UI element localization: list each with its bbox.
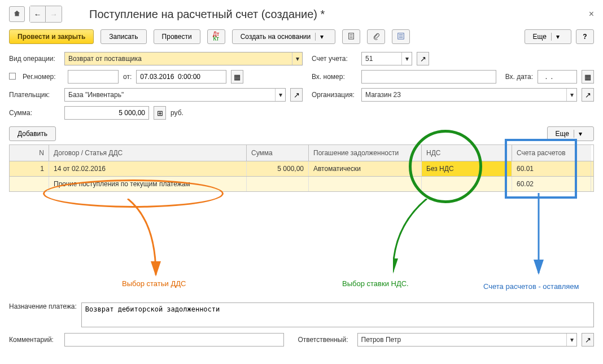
from-date-input[interactable]: [136, 70, 226, 84]
open-icon: ↗: [420, 55, 426, 63]
top-navigation: ← → Поступление на расчетный счет (созда…: [9, 6, 594, 23]
table-header: N Договор / Статья ДДС Сумма Погашение з…: [9, 144, 594, 161]
cell-sum: 5 000,00: [247, 161, 309, 176]
col-vat: НДС: [422, 145, 512, 161]
sum-label: Сумма:: [9, 109, 60, 117]
dtct-button[interactable]: ДтКт: [207, 29, 225, 44]
table-more-button[interactable]: Еще ▾: [547, 126, 594, 141]
write-button[interactable]: Записать: [100, 29, 146, 44]
chevron-down-icon: ▾: [566, 334, 576, 346]
table-toolbar: Добавить Еще ▾: [9, 126, 594, 141]
chevron-down-icon: ▾: [292, 52, 302, 65]
incoming-number-input[interactable]: [361, 70, 496, 84]
dtct-icon: ДтКт: [213, 32, 219, 41]
annotations: Выбор статьи ДДС Выбор ставки НДС. Счета…: [9, 192, 594, 299]
col-n: N: [10, 145, 49, 161]
cell-account2: 60.02: [512, 177, 591, 191]
home-icon: [13, 10, 21, 19]
form-fields: Вид операции: Возврат от поставщика ▾ Сч…: [9, 52, 594, 120]
responsible-select[interactable]: Петров Петр ▾: [357, 333, 577, 347]
chevron-down-icon: ▾: [551, 33, 563, 41]
chevron-down-icon: ▾: [566, 89, 576, 101]
create-from-button[interactable]: Создать на основании ▾: [232, 29, 336, 44]
annotation-accounts-text: Счета расчетов - оставляем: [483, 282, 579, 291]
calculator-icon: ⊞: [157, 109, 163, 117]
attach-button[interactable]: [367, 29, 385, 44]
annotation-vat-text: Выбор ставки НДС.: [342, 279, 409, 288]
org-open-button[interactable]: ↗: [582, 88, 594, 102]
org-label: Организация:: [312, 91, 357, 99]
purpose-input[interactable]: [81, 302, 594, 327]
col-contract: Договор / Статья ДДС: [49, 145, 247, 161]
post-and-close-button[interactable]: Провести и закрыть: [9, 29, 94, 44]
currency-label: руб.: [171, 109, 183, 117]
open-icon: ↗: [585, 91, 591, 99]
table-row[interactable]: Прочие поступления по текущим платежам 6…: [9, 177, 594, 192]
table-row[interactable]: 1 14 от 02.02.2016 5 000,00 Автоматическ…: [9, 161, 594, 177]
list-icon: [397, 32, 405, 42]
org-select[interactable]: Магазин 23 ▾: [361, 88, 577, 102]
date-picker-button[interactable]: ▦: [231, 70, 243, 84]
chevron-down-icon: ▾: [574, 130, 585, 138]
close-button[interactable]: ×: [589, 9, 594, 19]
payer-select[interactable]: База "Инвентарь" ▾: [64, 88, 286, 102]
cell-dds-article: Прочие поступления по текущим платежам: [49, 177, 247, 191]
sum-input[interactable]: [64, 106, 149, 120]
doc-icon-button[interactable]: [342, 29, 360, 44]
account-label: Счет учета:: [312, 55, 357, 63]
purpose-label: Назначение платежа:: [9, 302, 77, 312]
responsible-label: Ответственный:: [298, 336, 348, 344]
more-button[interactable]: Еще ▾: [525, 29, 571, 44]
add-row-button[interactable]: Добавить: [9, 126, 56, 141]
comment-input[interactable]: [64, 333, 284, 347]
open-icon: ↗: [585, 336, 591, 344]
cell-n: 1: [10, 161, 49, 176]
help-button[interactable]: ?: [576, 29, 594, 44]
account-select[interactable]: 51 ▾: [361, 52, 412, 65]
from-label: от:: [123, 73, 132, 81]
col-debt: Погашение задолженности: [309, 145, 422, 161]
operation-type-select[interactable]: Возврат от поставщика ▾: [64, 52, 303, 65]
payer-label: Плательщик:: [9, 91, 60, 99]
document-icon: [347, 32, 355, 42]
operation-type-label: Вид операции:: [9, 55, 60, 63]
arrow-right-icon: →: [50, 10, 57, 19]
incoming-number-label: Вх. номер:: [312, 73, 357, 81]
annotation-dds-text: Выбор статьи ДДС: [122, 279, 186, 288]
cell-contract: 14 от 02.02.2016: [49, 161, 247, 176]
bottom-fields: Назначение платежа: Комментарий: Ответст…: [9, 302, 594, 347]
comment-label: Комментарий:: [9, 336, 60, 344]
home-button[interactable]: [9, 6, 25, 22]
incoming-date-label: Вх. дата:: [505, 73, 533, 81]
cell-debt: Автоматически: [309, 161, 422, 176]
post-button[interactable]: Провести: [154, 29, 200, 44]
page-title: Поступление на расчетный счет (создание)…: [89, 8, 325, 21]
col-accounts: Счета расчетов: [512, 145, 591, 161]
chevron-down-icon: ▾: [315, 33, 327, 41]
responsible-open-button[interactable]: ↗: [582, 333, 594, 347]
toolbar: Провести и закрыть Записать Провести ДтК…: [9, 29, 594, 44]
chevron-down-icon: ▾: [275, 89, 285, 101]
calendar-icon: ▦: [584, 73, 591, 81]
indate-picker-button[interactable]: ▦: [582, 70, 594, 84]
forward-button[interactable]: →: [46, 6, 62, 22]
cell-account: 60.01: [512, 161, 591, 176]
calendar-icon: ▦: [234, 73, 241, 81]
list-button[interactable]: [392, 29, 410, 44]
reg-number-input[interactable]: [68, 70, 119, 84]
chevron-down-icon: ▾: [401, 52, 412, 65]
sum-calc-button[interactable]: ⊞: [154, 106, 166, 120]
col-sum: Сумма: [247, 145, 309, 161]
payer-open-button[interactable]: ↗: [290, 88, 303, 102]
back-button[interactable]: ←: [30, 6, 46, 22]
arrow-left-icon: ←: [34, 10, 41, 19]
incoming-date-input[interactable]: [538, 70, 577, 84]
account-open-button[interactable]: ↗: [417, 52, 429, 65]
paperclip-icon: [372, 32, 380, 42]
open-icon: ↗: [294, 91, 300, 99]
reg-number-label: Рег.номер:: [23, 73, 63, 81]
doc-icon: [9, 73, 16, 81]
cell-vat: Без НДС: [422, 161, 512, 176]
